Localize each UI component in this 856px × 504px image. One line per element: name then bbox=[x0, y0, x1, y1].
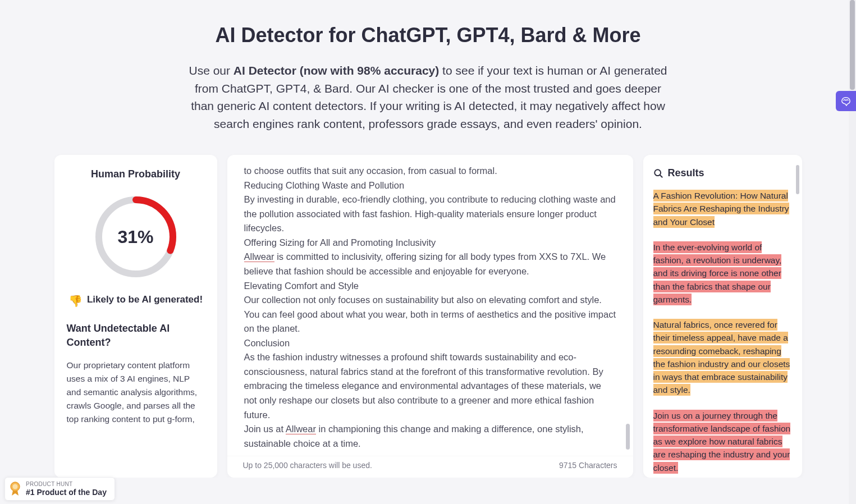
content-editor-card: to choose outfits that suit any occasion… bbox=[227, 155, 633, 478]
content-textarea[interactable]: to choose outfits that suit any occasion… bbox=[227, 155, 633, 456]
results-scrollbar-thumb[interactable] bbox=[796, 165, 799, 194]
subtitle-prefix: Use our bbox=[189, 64, 233, 77]
page-title: AI Detector for ChatGPT, GPT4, Bard & Mo… bbox=[0, 0, 856, 62]
page-scrollbar[interactable] bbox=[849, 0, 856, 478]
probability-percent: 31% bbox=[117, 227, 153, 248]
brain-icon bbox=[840, 96, 852, 106]
svg-line-3 bbox=[660, 175, 662, 177]
verdict-text: Likely to be AI generated! bbox=[87, 292, 203, 307]
text-link[interactable]: Allwear bbox=[286, 424, 316, 434]
editor-scrollbar-thumb[interactable] bbox=[626, 424, 630, 450]
brain-side-button[interactable] bbox=[836, 91, 856, 111]
svg-point-2 bbox=[654, 169, 661, 176]
text-line: to choose outfits that suit any occasion… bbox=[244, 164, 616, 178]
results-title: Results bbox=[668, 167, 704, 179]
text-paragraph: Join us at Allwear in championing this c… bbox=[244, 422, 616, 451]
probability-title: Human Probability bbox=[67, 168, 205, 180]
text-paragraph: Our collection not only focuses on susta… bbox=[244, 293, 616, 336]
results-list: A Fashion Revolution: How Natural Fabric… bbox=[653, 189, 793, 478]
text-paragraph: Allwear is committed to inclusivity, off… bbox=[244, 250, 616, 278]
undetectable-body: Our proprietary content platform uses a … bbox=[67, 359, 205, 426]
scrollbar-thumb[interactable] bbox=[850, 0, 855, 90]
text-heading: Conclusion bbox=[244, 336, 616, 351]
text-heading: Offering Sizing for All and Promoting In… bbox=[244, 236, 616, 250]
probability-gauge: 31% bbox=[91, 193, 180, 281]
probability-card: Human Probability 31% 👎 Likely to be AI … bbox=[54, 155, 217, 478]
char-limit-note: Up to 25,000 characters will be used. bbox=[243, 461, 372, 470]
text-paragraph: As the fashion industry witnesses a prof… bbox=[244, 350, 616, 422]
subtitle-strong: AI Detector (now with 98% accuracy) bbox=[234, 64, 439, 77]
result-item[interactable]: Join us on a journey through the transfo… bbox=[653, 409, 793, 474]
verdict: 👎 Likely to be AI generated! bbox=[67, 292, 205, 309]
text-paragraph: By investing in durable, eco-friendly cl… bbox=[244, 193, 616, 236]
text-link[interactable]: Allwear bbox=[244, 251, 274, 262]
page-subtitle: Use our AI Detector (now with 98% accura… bbox=[184, 62, 672, 132]
search-icon bbox=[653, 168, 663, 178]
result-item[interactable]: A Fashion Revolution: How Natural Fabric… bbox=[653, 189, 793, 228]
results-card: Results A Fashion Revolution: How Natura… bbox=[643, 155, 802, 478]
product-hunt-badge[interactable]: PRODUCT HUNT #1 Product of the Day bbox=[4, 477, 115, 478]
results-header: Results bbox=[653, 167, 793, 179]
undetectable-title: Want Undetectable AI Content? bbox=[67, 322, 205, 350]
char-count: 9715 Characters bbox=[559, 461, 617, 470]
thumbs-down-icon: 👎 bbox=[68, 292, 83, 309]
text-heading: Elevating Comfort and Style bbox=[244, 279, 616, 294]
text-heading: Reducing Clothing Waste and Pollution bbox=[244, 178, 616, 193]
result-item[interactable]: Natural fabrics, once revered for their … bbox=[653, 318, 793, 397]
result-item[interactable]: In the ever-evolving world of fashion, a… bbox=[653, 241, 793, 306]
